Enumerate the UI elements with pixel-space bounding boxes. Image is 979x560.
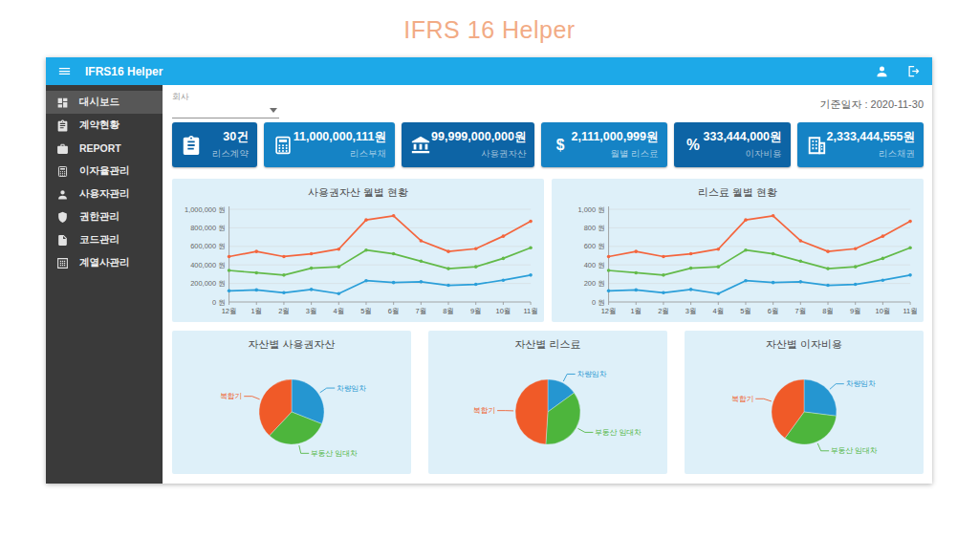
svg-text:800,000 원: 800,000 원	[190, 224, 225, 232]
summary-card-lease-receivable[interactable]: 2,333,444,555원리스채권	[797, 122, 924, 167]
svg-text:5월: 5월	[740, 307, 751, 315]
menu-icon[interactable]	[57, 64, 72, 78]
sidebar-item-label: 사용자관리	[79, 187, 130, 201]
sidebar-item-codes[interactable]: 코드관리	[46, 228, 163, 251]
summary-card-lease-contracts[interactable]: 30건리스계약	[172, 122, 257, 167]
interest-by-asset-pie-chart: 차량임차부동산 임대차복합기	[690, 352, 918, 473]
svg-text:0 원: 0 원	[212, 298, 226, 307]
chart-title: 사용권자산 월별 현황	[178, 185, 538, 200]
user-icon[interactable]	[875, 64, 889, 78]
building-icon	[806, 135, 827, 156]
svg-text:12월: 12월	[222, 307, 237, 315]
svg-text:600,000 원: 600,000 원	[190, 242, 225, 250]
affiliate-grid-icon	[56, 257, 69, 269]
pie-panel-interest-by-asset: 자산별 이자비용 차량임차부동산 임대차복합기	[685, 331, 924, 474]
card-value: 333,444,000원	[704, 129, 782, 145]
lease-fee-by-asset-pie-chart: 차량임차부동산 임대차복합기	[434, 352, 662, 473]
svg-text:부동산 임대차: 부동산 임대차	[311, 449, 358, 458]
svg-text:10월: 10월	[496, 307, 511, 315]
summary-card-monthly-lease-fee[interactable]: $2,111,000,999원월별 리스료	[541, 122, 666, 167]
chevron-down-icon	[270, 108, 277, 113]
dashboard-icon	[56, 97, 69, 109]
svg-text:복합기: 복합기	[473, 406, 495, 415]
summary-cards-row: 30건리스계약11,000,000,111원리스부채99,999,000,000…	[172, 122, 924, 167]
svg-text:복합기: 복합기	[220, 392, 242, 400]
svg-text:0 원: 0 원	[592, 298, 605, 307]
company-select-value[interactable]	[172, 103, 279, 118]
svg-text:11월: 11월	[903, 307, 917, 315]
svg-text:200 원: 200 원	[584, 279, 605, 288]
svg-text:200,000 원: 200,000 원	[190, 279, 225, 288]
contract-icon	[56, 119, 69, 132]
sidebar-item-permissions[interactable]: 권한관리	[46, 205, 163, 228]
svg-text:11월: 11월	[523, 307, 537, 315]
sidebar-item-users[interactable]: 사용자관리	[46, 183, 163, 205]
code-file-icon	[56, 234, 69, 247]
clipboard-icon	[181, 135, 202, 156]
card-value: 2,333,444,555원	[827, 129, 915, 145]
svg-text:1,000,000 원: 1,000,000 원	[185, 205, 226, 214]
summary-card-interest-expense[interactable]: %333,444,000원이자비용	[674, 122, 791, 167]
sidebar-item-affiliates[interactable]: 계열사관리	[46, 251, 163, 274]
card-label: 리스채권	[827, 148, 915, 161]
sidebar-item-contracts[interactable]: 계약현황	[46, 114, 163, 137]
bank-icon	[410, 135, 431, 156]
app-title: IFRS16 Helper	[85, 65, 163, 78]
svg-text:$: $	[556, 137, 565, 153]
sidebar: 대시보드계약현황REPORT이자율관리사용자관리권한관리코드관리계열사관리	[46, 85, 163, 484]
svg-text:400 원: 400 원	[584, 261, 605, 269]
svg-text:10월: 10월	[876, 307, 891, 315]
sidebar-item-label: 계약현황	[79, 118, 120, 132]
summary-card-lease-liability[interactable]: 11,000,000,111원리스부채	[264, 122, 395, 167]
report-icon	[56, 142, 69, 155]
svg-text:9월: 9월	[470, 307, 482, 315]
user-icon	[56, 188, 69, 201]
svg-text:800 원: 800 원	[584, 224, 605, 232]
sidebar-item-interest-rates[interactable]: 이자율관리	[46, 160, 163, 183]
svg-text:2월: 2월	[658, 307, 669, 315]
sidebar-item-dashboard[interactable]: 대시보드	[46, 91, 163, 114]
svg-text:%: %	[686, 137, 700, 153]
main-content: 회사 기준일자 : 2020-11-30 30건리스계약11,000,000,1…	[163, 85, 932, 484]
svg-text:12월: 12월	[601, 307, 617, 315]
rou-monthly-line-chart: 0 원200,000 원400,000 원600,000 원800,000 원1…	[178, 200, 538, 321]
line-chart-panel-rou: 사용권자산 월별 현황 0 원200,000 원400,000 원600,000…	[172, 179, 544, 322]
svg-text:1월: 1월	[630, 307, 642, 315]
lease-fee-monthly-line-chart: 0 원200 원400 원600 원800 원1,000 원12월1월2월3월4…	[557, 200, 918, 321]
svg-text:차량임차: 차량임차	[846, 379, 876, 388]
card-label: 리스부채	[294, 148, 386, 161]
sidebar-item-report[interactable]: REPORT	[46, 137, 163, 160]
svg-text:복합기: 복합기	[731, 395, 753, 403]
svg-text:7월: 7월	[416, 307, 427, 315]
chart-title: 자산별 이자비용	[690, 337, 918, 352]
svg-text:1월: 1월	[250, 307, 262, 315]
card-value: 11,000,000,111원	[294, 129, 386, 145]
company-select[interactable]: 회사	[172, 91, 279, 118]
logout-icon[interactable]	[906, 64, 921, 78]
svg-text:부동산 임대차: 부동산 임대차	[595, 428, 642, 437]
svg-text:3월: 3월	[685, 307, 697, 315]
svg-text:5월: 5월	[360, 307, 372, 315]
svg-text:400,000 원: 400,000 원	[190, 261, 225, 269]
pie-panel-rou-by-asset: 자산별 사용권자산 차량임차부동산 임대차복합기	[172, 331, 411, 474]
svg-text:4월: 4월	[713, 307, 725, 315]
svg-text:6월: 6월	[768, 307, 779, 315]
calculator-icon	[56, 165, 69, 178]
svg-text:차량임차: 차량임차	[337, 384, 366, 393]
svg-text:6월: 6월	[388, 307, 400, 315]
svg-text:8월: 8월	[443, 307, 454, 315]
card-label: 월별 리스료	[571, 148, 658, 161]
card-value: 30건	[202, 129, 249, 145]
chart-title: 자산별 사용권자산	[178, 337, 405, 352]
svg-text:600 원: 600 원	[584, 242, 605, 250]
sidebar-item-label: REPORT	[79, 142, 121, 154]
line-chart-panel-lease-fee: 리스료 월별 현황 0 원200 원400 원600 원800 원1,000 원…	[552, 179, 924, 322]
svg-text:부동산 임대차: 부동산 임대차	[831, 446, 878, 455]
percent-icon: %	[683, 135, 704, 156]
card-label: 리스계약	[202, 148, 249, 161]
company-select-label: 회사	[172, 91, 279, 103]
summary-card-rou-asset[interactable]: 99,999,000,000원사용권자산	[402, 122, 534, 167]
svg-text:7월: 7월	[795, 307, 807, 315]
calculator-icon	[272, 135, 294, 156]
sidebar-item-label: 코드관리	[79, 233, 120, 247]
